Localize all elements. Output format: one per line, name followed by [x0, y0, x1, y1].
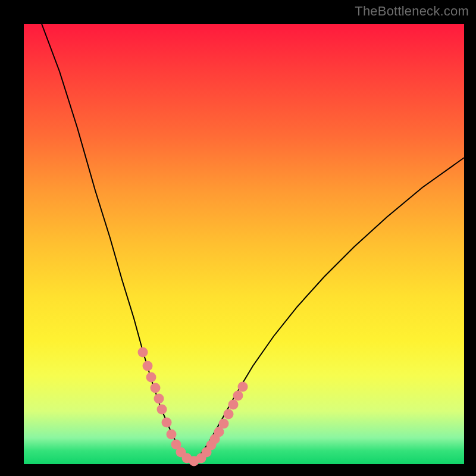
trough-bead — [138, 347, 148, 358]
trough-bead — [154, 394, 164, 404]
bottleneck-curve — [42, 24, 464, 461]
curve-line — [42, 24, 464, 461]
chart-svg — [24, 24, 464, 464]
trough-bead — [238, 382, 248, 392]
watermark-text: TheBottleneck.com — [355, 4, 469, 19]
trough-bead — [224, 409, 234, 419]
trough-bead — [219, 419, 229, 429]
trough-bead — [228, 400, 239, 410]
trough-beads-group — [138, 347, 248, 466]
trough-bead — [151, 383, 161, 393]
trough-bead — [162, 418, 172, 428]
trough-bead — [143, 361, 153, 371]
trough-bead — [146, 372, 156, 383]
trough-bead — [167, 430, 177, 440]
trough-bead — [157, 405, 167, 415]
chart-frame: TheBottleneck.com — [0, 0, 476, 476]
trough-bead — [233, 391, 243, 401]
